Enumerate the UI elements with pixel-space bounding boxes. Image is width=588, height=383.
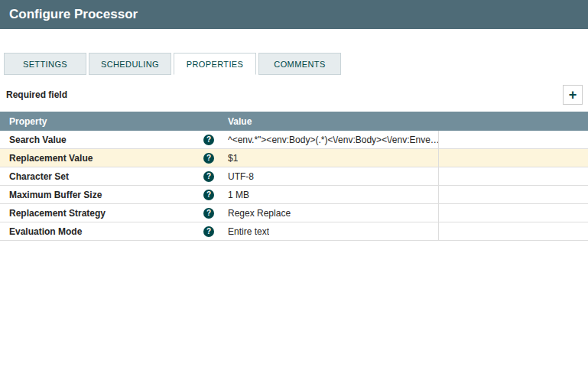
column-header-value: Value	[222, 116, 439, 127]
row-filler	[439, 167, 588, 185]
value-cell[interactable]: 1 MB	[222, 186, 439, 203]
table-row[interactable]: Search Value ? ^<env.*"><env:Body>(.*)<\…	[0, 131, 588, 149]
help-icon[interactable]: ?	[203, 190, 214, 200]
property-value-text: Regex Replace	[228, 208, 291, 219]
property-cell: Replacement Value ?	[0, 149, 222, 167]
row-filler	[439, 222, 588, 240]
property-value-text: 1 MB	[228, 190, 249, 200]
property-name: Replacement Value	[9, 153, 93, 164]
tab-settings[interactable]: SETTINGS	[4, 53, 86, 75]
property-cell: Evaluation Mode ?	[0, 222, 222, 240]
property-value-text: UTF-8	[228, 171, 254, 182]
tab-comments[interactable]: COMMENTS	[258, 53, 341, 75]
table-row[interactable]: Evaluation Mode ? Entire text	[0, 222, 588, 241]
dialog-title: Configure Processor	[9, 7, 138, 22]
value-cell[interactable]: Regex Replace	[222, 204, 439, 222]
table-row[interactable]: Maximum Buffer Size ? 1 MB	[0, 186, 588, 204]
property-value-text: ^<env.*"><env:Body>(.*)<\/env:Body><\/en…	[228, 135, 438, 145]
table-row[interactable]: Replacement Strategy ? Regex Replace	[0, 204, 588, 222]
property-name: Evaluation Mode	[9, 226, 82, 237]
properties-table: Property Value Search Value ? ^<env.*"><…	[0, 112, 588, 241]
plus-icon: +	[569, 88, 577, 102]
help-icon[interactable]: ?	[203, 135, 214, 145]
property-name: Search Value	[9, 135, 67, 145]
property-value-text: Entire text	[228, 226, 269, 237]
dialog-header: Configure Processor	[0, 0, 588, 29]
table-header-row: Property Value	[0, 112, 588, 131]
property-cell: Replacement Strategy ?	[0, 204, 222, 222]
property-value-text: $1	[228, 153, 238, 164]
row-filler	[439, 186, 588, 203]
property-cell: Maximum Buffer Size ?	[0, 186, 222, 203]
property-cell: Character Set ?	[0, 167, 222, 185]
row-filler	[439, 149, 588, 167]
table-row[interactable]: Character Set ? UTF-8	[0, 167, 588, 186]
property-name: Maximum Buffer Size	[9, 190, 102, 200]
value-cell[interactable]: Entire text	[222, 222, 439, 240]
value-cell[interactable]: ^<env.*"><env:Body>(.*)<\/env:Body><\/en…	[222, 131, 439, 148]
table-row[interactable]: Replacement Value ? $1	[0, 149, 588, 167]
property-cell: Search Value ?	[0, 131, 222, 148]
add-property-button[interactable]: +	[563, 85, 583, 105]
properties-toolbar: Required field +	[0, 85, 588, 105]
value-cell[interactable]: $1	[222, 149, 439, 167]
value-cell[interactable]: UTF-8	[222, 167, 439, 185]
tab-bar: SETTINGS SCHEDULING PROPERTIES COMMENTS	[4, 53, 588, 75]
help-icon[interactable]: ?	[203, 153, 214, 164]
row-filler	[439, 204, 588, 222]
column-header-property: Property	[0, 116, 222, 127]
help-icon[interactable]: ?	[203, 171, 214, 182]
row-filler	[439, 131, 588, 148]
help-icon[interactable]: ?	[203, 226, 214, 237]
required-field-label: Required field	[6, 89, 67, 100]
help-icon[interactable]: ?	[203, 208, 214, 219]
tab-properties[interactable]: PROPERTIES	[174, 53, 256, 75]
property-name: Character Set	[9, 171, 69, 182]
property-name: Replacement Strategy	[9, 208, 106, 219]
tab-scheduling[interactable]: SCHEDULING	[89, 53, 171, 75]
